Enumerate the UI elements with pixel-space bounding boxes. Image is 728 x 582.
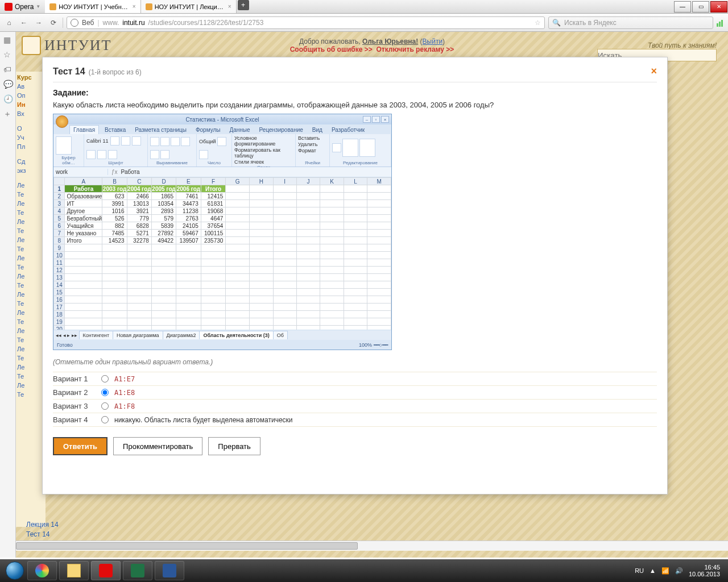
cells-item: Вставить (298, 135, 320, 141)
welcome-text: Добро пожаловать, (299, 38, 362, 45)
excel-status: Готово 100% ━━○━━ (53, 340, 391, 350)
ribbon-tab: Данные (226, 126, 253, 134)
abort-button[interactable]: Прервать (208, 437, 260, 455)
styles-item: Условное форматирование (234, 135, 293, 147)
align-icon (160, 150, 169, 159)
task-chrome[interactable] (27, 561, 57, 580)
sum-icon (332, 143, 341, 152)
status-text: Готово (57, 342, 73, 348)
reload-icon[interactable]: ⟳ (48, 17, 59, 28)
close-icon[interactable]: × (133, 3, 136, 10)
excel-titlebar: Статистика - Microsoft Excel –▫× (53, 114, 391, 124)
option-label: Вариант 3 (53, 402, 96, 410)
header-center: Добро пожаловать, Ольга Юрьевна! (Выйти)… (290, 38, 454, 53)
network-icon[interactable]: 📶 (661, 567, 669, 575)
formula-value: Работа (121, 169, 140, 175)
opera-sidebar: ▦ ☆ 🏷 💬 🕘 ＋ (0, 32, 16, 558)
option-value: A1:E8 (114, 389, 135, 397)
flag-icon[interactable]: ▲ (650, 567, 656, 574)
option-radio[interactable] (101, 402, 109, 410)
excel-screenshot: Статистика - Microsoft Excel –▫× Главная… (53, 114, 392, 350)
url-input[interactable]: Веб | www.intuit.ru/studies/courses/1128… (67, 16, 545, 29)
tag-icon[interactable]: 🏷 (3, 65, 13, 74)
opera-menu[interactable]: Opera ▼ (0, 3, 45, 11)
align-icon (150, 137, 159, 146)
cells-item: Удалить (298, 142, 317, 147)
minimize-button[interactable]: — (674, 1, 691, 13)
logout-link[interactable]: Выйти (423, 38, 443, 45)
option-radio[interactable] (101, 416, 109, 423)
bookmark-star-icon[interactable]: ☆ (535, 19, 541, 27)
task-excel[interactable] (123, 561, 152, 580)
close-button[interactable]: ✕ (710, 1, 727, 13)
page-horizontal-scrollbar[interactable] (16, 541, 728, 551)
report-link[interactable]: Сообщить об ошибке >> (290, 45, 373, 53)
tab-2[interactable]: НОУ ИНТУИТ | Лекци… × (141, 0, 237, 13)
chat-icon[interactable]: 💬 (3, 80, 13, 89)
site-logo[interactable]: ИНТУИТ (22, 36, 112, 55)
align-icon (171, 137, 180, 146)
task-word[interactable] (155, 561, 184, 580)
modal-close-icon[interactable]: × (651, 65, 657, 77)
option-label: Вариант 2 (53, 388, 96, 397)
answer-button[interactable]: Ответить (53, 437, 107, 455)
link-lecture14[interactable]: Лекция 14 (26, 520, 59, 530)
lang-indicator[interactable]: RU (635, 567, 644, 574)
modal-header: Тест 14 (1-й вопрос из 6) × (53, 65, 657, 82)
panel-icon[interactable]: ▦ (3, 35, 13, 44)
task-opera[interactable] (91, 561, 121, 580)
star-icon[interactable]: ☆ (3, 50, 13, 59)
tab-title: НОУ ИНТУИТ | Лекци… (155, 3, 224, 10)
yandex-search[interactable]: 🔍 Искать в Яндекс (548, 16, 713, 29)
browser-tabs: НОУ ИНТУИТ | Учебн… × НОУ ИНТУИТ | Лекци… (45, 0, 249, 13)
question-text: Какую область листа необходимо выделить … (53, 101, 657, 109)
forward-icon[interactable]: → (33, 17, 44, 28)
option-label: Вариант 4 (53, 415, 96, 424)
add-icon[interactable]: ＋ (3, 109, 13, 118)
group-label: Шрифт (86, 160, 145, 165)
option-radio[interactable] (101, 375, 109, 383)
modal-subtitle: (1-й вопрос из 6) (89, 68, 142, 76)
back-icon[interactable]: ← (18, 17, 30, 28)
close-icon[interactable]: × (228, 3, 231, 10)
user-link[interactable]: Ольга Юрьевна! (362, 38, 418, 45)
excel-min-icon: – (363, 116, 371, 123)
number-format: Общий (199, 139, 216, 144)
group-label: Число (199, 160, 229, 165)
signal-icon (717, 19, 725, 27)
tab-1[interactable]: НОУ ИНТУИТ | Учебн… × (45, 0, 140, 13)
sheet-tab-active: Область деятельности (3) (199, 331, 273, 339)
answer-options: Вариант 1A1:E7Вариант 2A1:E8Вариант 3A1:… (53, 372, 657, 427)
favicon-icon (146, 3, 152, 10)
option-4[interactable]: Вариант 4никакую. Область листа будет вы… (53, 413, 657, 427)
option-3[interactable]: Вариант 3A1:F8 (53, 399, 657, 413)
instruction-text: (Отметьте один правильный вариант ответа… (53, 358, 657, 366)
ads-off-link[interactable]: Отключить рекламу >> (376, 45, 454, 53)
font-name: Calibri (86, 138, 101, 144)
favicon-icon (49, 3, 56, 10)
history-icon[interactable]: 🕘 (3, 94, 13, 103)
word-icon (163, 564, 176, 577)
maximize-button[interactable]: ▭ (692, 1, 709, 13)
sheet-tab: Контингент (79, 331, 114, 339)
tray-clock[interactable]: 16:45 10.06.2013 (689, 564, 720, 577)
new-tab-button[interactable]: + (238, 0, 249, 10)
link-test14[interactable]: Тест 14 (26, 530, 59, 539)
underline-icon (132, 136, 141, 146)
ribbon-tab: Рецензирование (256, 126, 307, 134)
italic-icon (121, 136, 130, 146)
windows-orb-icon (6, 562, 24, 580)
option-radio[interactable] (101, 389, 109, 396)
option-1[interactable]: Вариант 1A1:E7 (53, 372, 657, 385)
opera-icon (5, 3, 13, 11)
comment-button[interactable]: Прокомментировать (113, 437, 202, 455)
globe-icon (71, 19, 78, 27)
zoom-level: 100% (359, 342, 372, 348)
home-icon[interactable]: ⌂ (3, 17, 15, 28)
start-button[interactable] (3, 559, 26, 582)
option-2[interactable]: Вариант 2A1:E8 (53, 385, 657, 399)
volume-icon[interactable]: 🔊 (675, 567, 683, 575)
task-explorer[interactable] (59, 561, 89, 580)
option-value: A1:F8 (114, 402, 135, 410)
styles-item: Стили ячеек (234, 159, 264, 165)
